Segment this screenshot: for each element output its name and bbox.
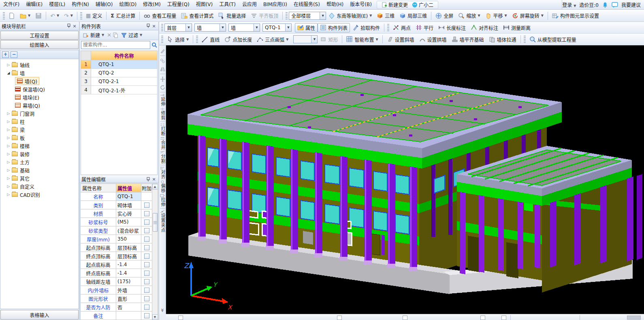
collapse-all-button[interactable]: − — [11, 51, 17, 58]
trim-tool[interactable]: 修剪 — [159, 107, 166, 120]
attach-checkbox[interactable] — [144, 271, 149, 276]
scroll-up-icon[interactable]: ▲ — [152, 184, 158, 190]
component-combo[interactable]: QTQ-1▼ — [262, 23, 292, 32]
redo-button[interactable]: ↷▼ — [62, 11, 75, 20]
draw-input-button[interactable]: 绘图输入 — [0, 40, 79, 49]
component-row[interactable]: 1 QTQ-1 — [81, 60, 157, 69]
length-dim-button[interactable]: 长度标注 — [436, 23, 468, 32]
attach-checkbox[interactable] — [144, 262, 149, 267]
component-row[interactable]: 2 QTQ-2 — [81, 69, 157, 77]
property-row[interactable]: 名称QTQ-1 — [81, 192, 152, 201]
property-row[interactable]: 砂浆类型(混合砂浆 — [81, 226, 152, 235]
property-row[interactable]: 终点底标高-1.4 — [81, 269, 152, 277]
summary-calc-button[interactable]: Σ汇总计算 — [108, 11, 138, 20]
filter-button[interactable]: 过滤▼ — [119, 31, 144, 39]
break-tool[interactable]: 打断 — [159, 123, 166, 136]
drawing-canvas[interactable]: Z Y X — [166, 45, 644, 314]
property-row[interactable]: 是否为人防否 — [81, 303, 152, 311]
menu-item-tools[interactable]: 工具(T) — [216, 0, 239, 9]
attributes-button[interactable]: 属性 — [295, 23, 318, 32]
property-row[interactable]: 内/外墙标外墙 — [81, 286, 152, 294]
tree-item-earthwork[interactable]: ▷土方 — [0, 158, 79, 166]
copy-component-icon[interactable] — [113, 32, 118, 38]
tree-item-wall-pier[interactable]: 墙垛(E) — [0, 93, 79, 101]
menu-item-cloud[interactable]: 云应用 — [239, 0, 260, 9]
assistant-button[interactable]: 广小二 — [410, 1, 435, 8]
close-icon[interactable]: × — [151, 23, 157, 29]
floor-combo[interactable]: 首层▼ — [164, 23, 192, 32]
tree-item-wall-q[interactable]: 墙(Q) — [0, 77, 79, 85]
view-formula-button[interactable]: 查看计算式 — [179, 11, 216, 20]
attach-checkbox[interactable] — [144, 220, 149, 225]
tree-item-stairs[interactable]: ▷楼梯 — [0, 142, 79, 150]
extend-tool[interactable]: 延伸 — [159, 94, 166, 107]
arc3-button[interactable]: 三点画弧▼ — [254, 35, 291, 44]
more-tools-chevron-icon[interactable]: ≫ — [160, 308, 164, 312]
attach-checkbox[interactable] — [144, 279, 149, 284]
tree-item-cad[interactable]: ▷CAD识别 — [0, 190, 79, 198]
wall-align-foundation-button[interactable]: 墙平齐基础 — [449, 35, 486, 44]
arc-mode-combo[interactable]: ▼ — [293, 35, 318, 43]
menu-item-bim[interactable]: BIM应用(I) — [260, 0, 290, 9]
view-quantity-button[interactable]: 查看工程量 — [141, 11, 179, 20]
attach-checkbox[interactable] — [144, 288, 149, 293]
partial-3d-button[interactable]: 局部三维 — [397, 11, 429, 20]
beans-counter[interactable]: 造价豆:0 — [579, 1, 599, 8]
move-tool-icon[interactable] — [160, 75, 166, 83]
parallel-button[interactable]: 平行 — [413, 23, 436, 32]
menu-item-auxaxis[interactable]: 辅轴(O) — [92, 0, 116, 9]
line-tool-button[interactable]: 直线 — [199, 35, 222, 44]
erase-tool-icon[interactable] — [160, 47, 166, 55]
tree-item-custom[interactable]: ▷自定义 — [0, 182, 79, 190]
pin-icon[interactable] — [145, 23, 151, 29]
merge-tool[interactable]: 合并 — [159, 137, 166, 150]
tree-item-slab[interactable]: ▷板 — [0, 134, 79, 142]
pick-component-button[interactable]: 拾取构件 — [350, 23, 382, 32]
scroll-thumb[interactable] — [153, 213, 158, 232]
option-checkbox[interactable] — [403, 316, 407, 320]
option-checkbox[interactable] — [480, 316, 485, 320]
zoom-button[interactable]: 缩放▼ — [456, 11, 482, 20]
property-row[interactable]: 类别砌体墙 — [81, 201, 152, 209]
rectangle-button[interactable]: 矩形 — [318, 35, 340, 44]
property-scrollbar[interactable]: ▲ ▼ — [152, 184, 158, 320]
undo-button[interactable]: ↶▼ — [48, 11, 62, 20]
tree-item-wall[interactable]: ◢墙 — [0, 69, 79, 77]
menu-item-floor[interactable]: 楼层(L) — [46, 0, 68, 9]
smart-layout-button[interactable]: 智能布置▼ — [344, 35, 380, 44]
screen-rotate-button[interactable]: 屏幕旋转▼ — [510, 11, 546, 20]
stretch-tool[interactable]: 拉伸 — [159, 194, 166, 207]
copy-tool-icon[interactable] — [160, 57, 166, 65]
type-combo[interactable]: 墙▼ — [228, 23, 260, 32]
arch-wall-button[interactable]: 设置拱墙 — [417, 35, 449, 44]
property-row[interactable]: 厚度(mm)350 — [81, 235, 152, 243]
login-button[interactable]: 登录 ▼ — [562, 1, 576, 8]
pin-icon[interactable] — [66, 23, 72, 29]
option-checkbox[interactable] — [501, 316, 506, 320]
nav-widget[interactable] — [627, 316, 641, 320]
property-row[interactable]: 起点底标高-1.4 — [81, 260, 152, 269]
tree-item-axis[interactable]: ▷轴线 — [0, 61, 79, 69]
attach-checkbox[interactable] — [144, 313, 149, 318]
component-row[interactable]: 3 QTQ-2-1 — [81, 77, 157, 86]
table-input-button[interactable]: 表格输入 — [0, 310, 79, 320]
delete-component-icon[interactable]: ✕ — [107, 32, 111, 38]
slant-wall-button[interactable]: 设置斜墙 — [384, 35, 417, 44]
pan-button[interactable]: 平移▼ — [483, 11, 510, 20]
floor-filter-combo[interactable]: 全部楼层▼ — [289, 12, 326, 20]
tree-item-column[interactable]: ▷柱 — [0, 117, 79, 126]
toolbar-grip[interactable] — [3, 12, 5, 19]
attach-checkbox[interactable] — [144, 254, 149, 259]
option-checkbox[interactable] — [178, 316, 183, 320]
property-row[interactable]: 终点顶标高层顶标高 — [81, 252, 152, 260]
axonometric-view-button[interactable]: 东南等轴测(E)▼ — [326, 11, 374, 20]
search-icon[interactable] — [151, 42, 157, 48]
expand-all-button[interactable]: + — [2, 51, 9, 58]
close-icon[interactable]: × — [151, 177, 157, 182]
align-slab-top-button[interactable]: 平齐板顶 — [248, 11, 281, 20]
menu-item-modify[interactable]: 修改(M) — [140, 0, 164, 9]
project-settings-button[interactable]: 工程设置 — [0, 31, 79, 40]
property-row[interactable]: 备注 — [81, 311, 152, 320]
batch-select-button[interactable]: 批量选择 — [216, 11, 248, 20]
menu-item-view[interactable]: 视图(V) — [193, 0, 216, 9]
